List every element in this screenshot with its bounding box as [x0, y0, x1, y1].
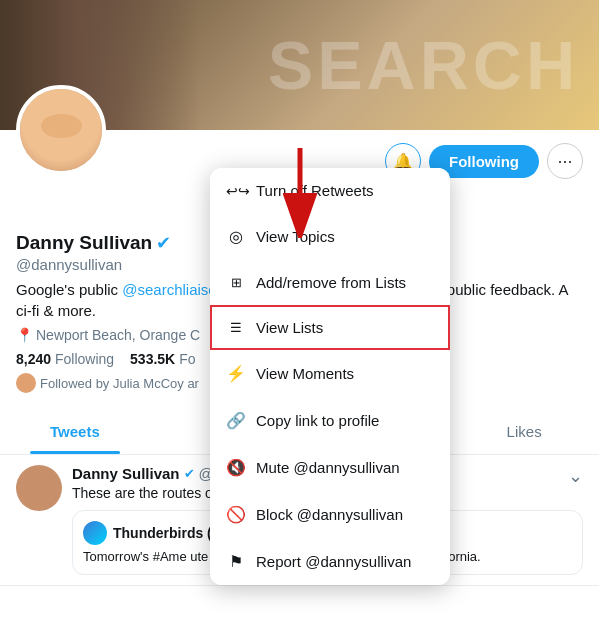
menu-label-turn-off-retweets: Turn off Retweets [256, 182, 374, 199]
tweet-verified-badge: ✔ [184, 466, 195, 481]
following-stat[interactable]: 8,240 Following [16, 351, 114, 367]
following-label: Following [55, 351, 114, 367]
mute-icon: 🔇 [226, 458, 246, 477]
retweet-icon: ↩↪ [226, 183, 246, 199]
follower-avatar [16, 373, 36, 393]
menu-item-mute[interactable]: 🔇 Mute @dannysullivan [210, 444, 450, 491]
more-options-button[interactable]: ··· [547, 143, 583, 179]
tweet-author-name: Danny Sullivan [72, 465, 180, 482]
location: 📍 Newport Beach, Orange C [16, 327, 200, 343]
followers-label: Fo [179, 351, 195, 367]
tab-likes[interactable]: Likes [449, 409, 599, 454]
followers-stat[interactable]: 533.5K Fo [130, 351, 195, 367]
menu-label-mute: Mute @dannysullivan [256, 459, 400, 476]
context-menu: ↩↪ Turn off Retweets ◎ View Topics ⊞ Add… [210, 168, 450, 585]
banner-search-text: SEARCH [268, 26, 579, 104]
menu-item-turn-off-retweets[interactable]: ↩↪ Turn off Retweets [210, 168, 450, 213]
menu-item-add-remove-lists[interactable]: ⊞ Add/remove from Lists [210, 260, 450, 305]
verified-badge: ✔ [156, 232, 171, 254]
tab-likes-label: Likes [507, 423, 542, 440]
menu-label-view-lists: View Lists [256, 319, 323, 336]
tab-tweets[interactable]: Tweets [0, 409, 150, 454]
menu-item-view-topics[interactable]: ◎ View Topics [210, 213, 450, 260]
more-icon: ··· [557, 151, 572, 172]
bio-mention[interactable]: @searchliaiso [122, 281, 216, 298]
menu-label-copy-link: Copy link to profile [256, 412, 379, 429]
menu-item-report[interactable]: ⚑ Report @dannysullivan [210, 538, 450, 585]
followers-count: 533.5K [130, 351, 175, 367]
expand-icon[interactable]: ⌄ [568, 465, 583, 487]
bio-start: Google's public [16, 281, 122, 298]
tweet-avatar [16, 465, 62, 511]
avatar-image [20, 89, 102, 171]
menu-item-block[interactable]: 🚫 Block @dannysullivan [210, 491, 450, 538]
report-icon: ⚑ [226, 552, 246, 571]
copy-link-icon: 🔗 [226, 411, 246, 430]
topics-icon: ◎ [226, 227, 246, 246]
followed-by-text: Followed by Julia McCoy ar [40, 376, 199, 391]
lists-add-icon: ⊞ [226, 275, 246, 290]
following-count: 8,240 [16, 351, 51, 367]
menu-item-copy-link[interactable]: 🔗 Copy link to profile [210, 397, 450, 444]
menu-label-report: Report @dannysullivan [256, 553, 411, 570]
location-text: Newport Beach, Orange C [36, 327, 200, 343]
location-icon: 📍 [16, 327, 33, 343]
menu-label-add-remove-lists: Add/remove from Lists [256, 274, 406, 291]
avatar [16, 85, 106, 175]
tab-tweets-label: Tweets [50, 423, 100, 440]
menu-label-view-moments: View Moments [256, 365, 354, 382]
menu-label-block: Block @dannysullivan [256, 506, 403, 523]
block-icon: 🚫 [226, 505, 246, 524]
display-name: Danny Sullivan [16, 232, 152, 254]
moments-icon: ⚡ [226, 364, 246, 383]
menu-item-view-moments[interactable]: ⚡ View Moments [210, 350, 450, 397]
retweet-avatar [83, 521, 107, 545]
view-lists-icon: ☰ [226, 320, 246, 335]
retweet-author: Thunderbirds ( [113, 525, 212, 541]
menu-label-view-topics: View Topics [256, 228, 335, 245]
menu-item-view-lists[interactable]: ☰ View Lists [210, 305, 450, 350]
